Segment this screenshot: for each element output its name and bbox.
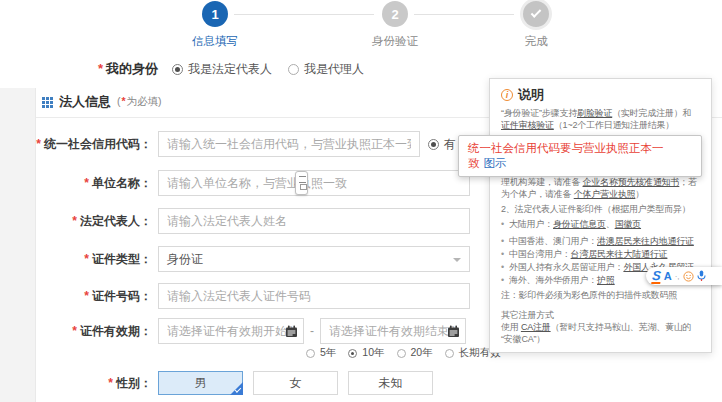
company-name-label: *单位名称： (0, 175, 158, 192)
emoji-icon[interactable] (683, 271, 694, 282)
tooltip-text-line2: 致图示 (468, 156, 692, 171)
end-date-input[interactable] (320, 318, 466, 344)
list-item-hk-macau: 中国香港、澳门用户：港澳居民来往内地通行证 (501, 235, 700, 247)
ime-toolbar: S A ·, (646, 267, 722, 285)
info-icon (501, 89, 513, 101)
radio-icon (172, 64, 183, 75)
gender-unknown-button[interactable]: 未知 (348, 371, 433, 395)
validity-label: *证件有效期： (0, 323, 158, 340)
emblem-page-link[interactable]: 国徽页 (615, 219, 641, 229)
radio-label: 我是代理人 (304, 61, 364, 78)
button-label: 男 (195, 375, 207, 392)
registration-page: 1 信息填写 2 身份验证 完成 *我的身份 我是法定代表人 我是代理人 法人信… (0, 0, 722, 402)
start-date-wrap (158, 318, 304, 344)
id-type-select[interactable]: 身份证 (158, 246, 470, 272)
radio-legal-representative[interactable]: 我是法定代表人 (172, 61, 272, 78)
name-preapproval-link[interactable]: 企业名称预先核准通知书 (583, 177, 680, 187)
date-separator: - (310, 324, 314, 338)
check-icon (531, 7, 542, 18)
ime-language-icon[interactable]: A (664, 270, 672, 282)
ime-punctuation-icon[interactable]: ·, (675, 272, 680, 281)
radio-agent[interactable]: 我是代理人 (288, 61, 364, 78)
section-header: 法人信息 (*为必填) (42, 93, 162, 111)
id-type-value: 身份证 (167, 252, 203, 266)
radio-icon (445, 349, 454, 358)
gender-label: *性别： (0, 375, 158, 392)
section-title: 法人信息 (59, 93, 111, 111)
calendar-icon[interactable] (447, 325, 460, 338)
other-register-body: 使用 CA注册（暂时只支持马鞍山、芜湖、黄山的“安徽CA”） (501, 321, 700, 345)
id-number-row: *证件号码： (0, 283, 470, 309)
radio-icon (348, 349, 357, 358)
ca-register-link[interactable]: CA注册 (521, 322, 551, 332)
list-item-mainland: 大陆用户：身份证信息页、国徽页 (501, 218, 700, 230)
radio-icon (428, 139, 439, 150)
radio-label: 5年 (320, 346, 336, 360)
start-date-input[interactable] (158, 318, 304, 344)
passport-link[interactable]: 护照 (597, 275, 615, 285)
list-item-taiwan: 中国台湾用户：台湾居民来往大陆通行证 (501, 248, 700, 260)
help-item2: 2、法定代表人证件影印件（根据用户类型而异） (501, 203, 700, 215)
help-note: 注：影印件必须为彩色原件的扫描件或数码照 (501, 289, 700, 301)
radio-label: 20年 (411, 346, 433, 360)
chevron-down-icon (453, 258, 461, 262)
tw-permit-link[interactable]: 台湾居民来往大陆通行证 (571, 249, 668, 259)
individual-license-link[interactable]: 个体户营业执照 (574, 189, 636, 199)
help-intro: “身份验证”步骤支持刷脸验证（实时完成注册）和证件审核验证（1~2个工作日通知注… (501, 107, 700, 131)
help-panel-title: 说明 (501, 89, 700, 101)
help-panel: 说明 “身份验证”步骤支持刷脸验证（实时完成注册）和证件审核验证（1~2个工作日… (489, 78, 712, 353)
sogou-logo-icon[interactable]: S (651, 269, 661, 284)
step-2-label: 身份验证 (359, 34, 431, 49)
step-2: 2 身份验证 (359, 1, 431, 49)
identity-label: *我的身份 (98, 60, 158, 78)
button-label: 未知 (379, 375, 403, 392)
radio-20-years[interactable]: 20年 (397, 346, 433, 360)
gender-male-button[interactable]: 男 (158, 371, 243, 395)
radio-label: 10年 (362, 346, 384, 360)
radio-has-code[interactable]: 有 (428, 136, 456, 153)
radio-label: 有 (444, 136, 456, 153)
credit-code-input[interactable] (158, 131, 420, 157)
radio-10-years[interactable]: 10年 (348, 346, 384, 360)
end-date-wrap (320, 318, 466, 344)
legal-rep-input[interactable] (158, 208, 470, 234)
required-star: * (98, 61, 103, 76)
company-name-row: *单位名称： (0, 170, 470, 196)
radio-label: 我是法定代表人 (188, 61, 272, 78)
radio-icon (306, 349, 315, 358)
credit-code-tooltip: 统一社会信用代码要与营业执照正本一 致图示 (458, 135, 702, 177)
legal-rep-label: *法定代表人： (0, 213, 158, 230)
tooltip-text-line1: 统一社会信用代码要与营业执照正本一 (468, 141, 692, 156)
grid-icon (42, 97, 53, 108)
step-1: 1 信息填写 (179, 1, 251, 49)
face-verify-link[interactable]: 刷脸验证 (577, 108, 612, 118)
company-name-input[interactable] (158, 170, 470, 196)
id-type-label: *证件类型： (0, 251, 158, 268)
browser-extension-widget[interactable] (295, 171, 308, 195)
microphone-icon[interactable] (697, 270, 706, 282)
legal-rep-row: *法定代表人： (0, 208, 470, 234)
radio-icon (288, 64, 299, 75)
step-1-label: 信息填写 (179, 34, 251, 49)
step-2-circle: 2 (382, 1, 408, 27)
step-connector (234, 14, 374, 15)
tooltip-example-link[interactable]: 图示 (484, 156, 507, 171)
button-label: 女 (290, 375, 302, 392)
identity-row: *我的身份 我是法定代表人 我是代理人 (98, 60, 380, 78)
step-1-circle: 1 (202, 1, 228, 27)
step-2-number: 2 (391, 7, 398, 22)
id-info-page-link[interactable]: 身份证信息页 (553, 219, 606, 229)
step-3: 完成 (500, 1, 572, 49)
step-1-number: 1 (211, 7, 218, 22)
id-number-input[interactable] (158, 283, 470, 309)
calendar-icon[interactable] (285, 325, 298, 338)
credit-code-row: *统一社会信用代码： 有 无 (0, 131, 500, 157)
doc-review-link[interactable]: 证件审核验证 (501, 120, 554, 130)
validity-row: *证件有效期： - (0, 318, 466, 344)
radio-5-years[interactable]: 5年 (306, 346, 336, 360)
step-3-circle (523, 1, 549, 27)
gender-female-button[interactable]: 女 (253, 371, 338, 395)
hk-permit-link[interactable]: 港澳居民来往内地通行证 (597, 236, 694, 246)
credit-code-label: *统一社会信用代码： (0, 136, 158, 153)
gender-row: *性别： 男 女 未知 (0, 371, 443, 395)
